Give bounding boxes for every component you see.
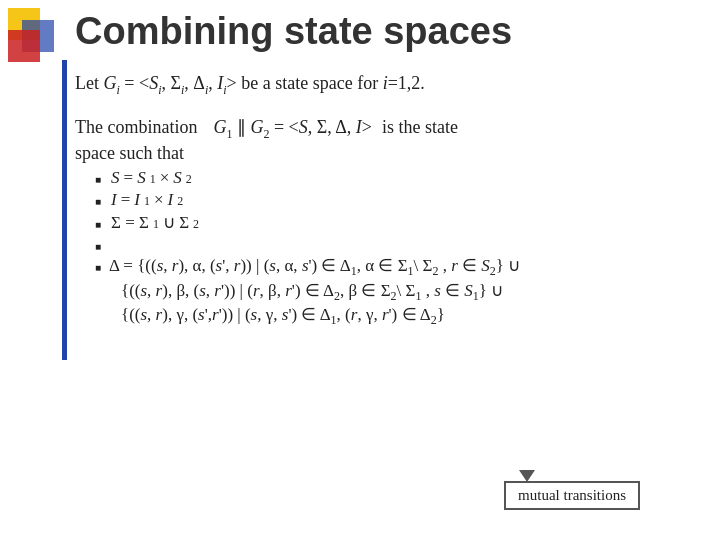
bullet-I: I = I1 × I2 (95, 190, 710, 210)
combination-block: The combination G1 ∥ G2 = <S, Σ, Δ, I> i… (75, 116, 710, 165)
let-line: Let Gi = <Si, Σi, Δi, Ii> be a state spa… (75, 73, 710, 98)
accent-bar (62, 60, 67, 360)
combination-suffix: is the state (382, 117, 458, 138)
page-title: Combining state spaces (75, 10, 710, 53)
tooltip-text: mutual transitions (518, 487, 626, 503)
decoration (0, 0, 70, 100)
combination-prefix: The combination (75, 117, 197, 138)
bullet-Delta: ■ Δ = {((s, r), α, (s', r)) | (s, α, s')… (95, 235, 710, 328)
tooltip-box: mutual transitions (504, 481, 640, 510)
main-content: Combining state spaces Let Gi = <Si, Σi,… (75, 0, 710, 540)
combination-formula: G1 ∥ G2 = <S, Σ, Δ, I> (213, 116, 372, 142)
combination-line2: space such that (75, 143, 710, 164)
bullet-S: S = S1 × S2 (95, 168, 710, 188)
combination-line1: The combination G1 ∥ G2 = <S, Σ, Δ, I> i… (75, 116, 710, 142)
bullet-Sigma: Σ = Σ1 ∪ Σ2 (95, 212, 710, 233)
bullet-list: S = S1 × S2 I = I1 × I2 Σ = Σ1 ∪ Σ2 ■ Δ … (95, 168, 710, 328)
deco-red-square (8, 30, 40, 62)
